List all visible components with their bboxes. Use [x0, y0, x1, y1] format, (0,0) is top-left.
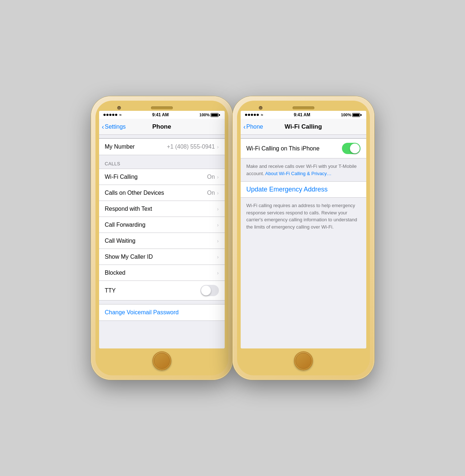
signal-dot-1 [103, 114, 106, 116]
tty-label: TTY [105, 287, 116, 294]
back-button-right[interactable]: ‹ Phone [244, 124, 263, 130]
voicemail-section: Change Voicemail Password [99, 304, 225, 321]
my-number-right: +1 (408) 555-0941 › [167, 144, 219, 150]
wifi-calling-toggle-switch[interactable] [342, 143, 360, 154]
battery-icon-right [352, 113, 362, 117]
signal-dot-4 [112, 114, 114, 116]
call-forwarding-cell[interactable]: Call Forwarding › [99, 217, 225, 233]
signal-dot-r2 [248, 114, 250, 116]
wifi-icon-left: ≈ [119, 113, 122, 117]
tty-toggle[interactable] [200, 285, 219, 296]
back-button-left[interactable]: ‹ Settings [102, 124, 126, 130]
back-chevron-icon-right: ‹ [244, 124, 246, 130]
caller-id-cell[interactable]: Show My Caller ID › [99, 249, 225, 265]
spacer-top-right [241, 135, 366, 138]
wifi-calling-toggle-right [342, 143, 360, 154]
phones-container: ≈ 9:41 AM 100% [91, 96, 374, 380]
signal-dot-r5 [257, 114, 259, 116]
status-bar-left: ≈ 9:41 AM 100% [99, 111, 225, 119]
my-number-label: My Number [105, 144, 135, 150]
wifi-calling-cell[interactable]: Wi-Fi Calling On › [99, 169, 225, 185]
iphone-right-bottom [241, 348, 366, 372]
home-button-inner-right [295, 353, 311, 369]
respond-text-label: Respond with Text [105, 206, 152, 212]
iphone-left-screen: ≈ 9:41 AM 100% [99, 111, 225, 348]
home-button-inner-left [154, 353, 170, 369]
respond-text-cell[interactable]: Respond with Text › [99, 201, 225, 217]
voicemail-cell[interactable]: Change Voicemail Password [99, 304, 225, 320]
tty-cell[interactable]: TTY [99, 281, 225, 300]
home-button-right[interactable] [294, 351, 313, 370]
call-waiting-cell[interactable]: Call Waiting › [99, 233, 225, 249]
wifi-calling-right: On › [207, 174, 219, 180]
nav-bar-right: ‹ Phone Wi-Fi Calling [241, 119, 366, 135]
front-camera-icon [117, 106, 121, 110]
voicemail-link[interactable]: Change Voicemail Password [105, 309, 179, 316]
iphone-right-inner: ≈ 9:41 AM 100% [237, 101, 370, 375]
call-forwarding-chevron-icon: › [217, 222, 219, 228]
signal-dot-r1 [245, 114, 247, 116]
front-camera-icon-right [259, 106, 262, 110]
iphone-left-top [99, 104, 225, 111]
signal-dot-r4 [254, 114, 256, 116]
blocked-cell[interactable]: Blocked › [99, 265, 225, 281]
status-right-right: 100% [341, 113, 362, 117]
voicemail-separator [99, 300, 225, 304]
status-right-left: 100% [199, 113, 220, 117]
calls-other-devices-cell[interactable]: Calls on Other Devices On › [99, 185, 225, 201]
call-forwarding-right: › [217, 222, 219, 228]
signal-dot-r3 [251, 114, 253, 116]
battery-tip-right [360, 114, 362, 116]
earpiece-speaker-right [293, 106, 314, 109]
battery-body-right [352, 113, 360, 117]
battery-pct-right: 100% [341, 113, 351, 117]
blocked-label: Blocked [105, 270, 126, 276]
my-number-cell[interactable]: My Number +1 (408) 555-0941 › [99, 139, 225, 155]
wifi-calling-toggle-cell[interactable]: Wi-Fi Calling on This iPhone [241, 139, 366, 158]
calls-other-chevron-icon: › [217, 190, 219, 196]
signal-icon [103, 114, 117, 116]
screen-content-right: Wi-Fi Calling on This iPhone Make and re… [241, 135, 366, 348]
wifi-calling-iphone-label: Wi-Fi Calling on This iPhone [246, 145, 320, 152]
iphone-left-bottom [99, 348, 225, 372]
wifi-calling-privacy-link[interactable]: About Wi-Fi Calling & Privacy… [265, 171, 332, 176]
status-time-left: 9:41 AM [152, 112, 169, 117]
caller-id-label: Show My Caller ID [105, 254, 153, 260]
home-button-left[interactable] [152, 351, 171, 370]
caller-id-right: › [217, 254, 219, 260]
blocked-right: › [217, 270, 219, 276]
battery-icon-left [211, 113, 220, 117]
tty-right [200, 285, 219, 296]
update-emergency-label[interactable]: Update Emergency Address [246, 186, 328, 193]
signal-dot-2 [106, 114, 109, 116]
back-label-right: Phone [246, 124, 263, 130]
iphone-left-inner: ≈ 9:41 AM 100% [95, 101, 228, 375]
iphone-right: ≈ 9:41 AM 100% [233, 96, 374, 380]
screen-content-left: My Number +1 (408) 555-0941 › CALLS [99, 135, 225, 348]
call-waiting-right: › [217, 238, 219, 244]
call-waiting-label: Call Waiting [105, 238, 136, 244]
wifi-calling-description: Make and receive calls over Wi-Fi with y… [241, 158, 366, 181]
blocked-chevron-icon: › [217, 270, 219, 276]
wifi-calling-toggle-section: Wi-Fi Calling on This iPhone [241, 138, 366, 158]
respond-text-right: › [217, 206, 219, 212]
back-chevron-icon-left: ‹ [102, 124, 104, 130]
iphone-right-top [241, 104, 366, 111]
wifi-calling-label: Wi-Fi Calling [105, 174, 138, 180]
update-emergency-cell[interactable]: Update Emergency Address [241, 181, 366, 198]
earpiece-speaker [151, 106, 173, 109]
status-left-right: ≈ [245, 113, 263, 117]
iphone-right-screen: ≈ 9:41 AM 100% [241, 111, 366, 348]
caller-id-chevron-icon: › [217, 254, 219, 260]
call-waiting-chevron-icon: › [217, 238, 219, 244]
status-bar-right: ≈ 9:41 AM 100% [241, 111, 366, 119]
wifi-icon-right: ≈ [261, 113, 263, 117]
signal-dot-5 [115, 114, 117, 116]
call-forwarding-label: Call Forwarding [105, 222, 146, 228]
iphone-left: ≈ 9:41 AM 100% [91, 96, 233, 380]
signal-icon-right [245, 114, 259, 116]
battery-body-left [211, 113, 219, 117]
battery-fill-left [211, 114, 218, 116]
nav-title-right: Wi-Fi Calling [285, 123, 322, 130]
battery-fill-right [353, 114, 359, 116]
